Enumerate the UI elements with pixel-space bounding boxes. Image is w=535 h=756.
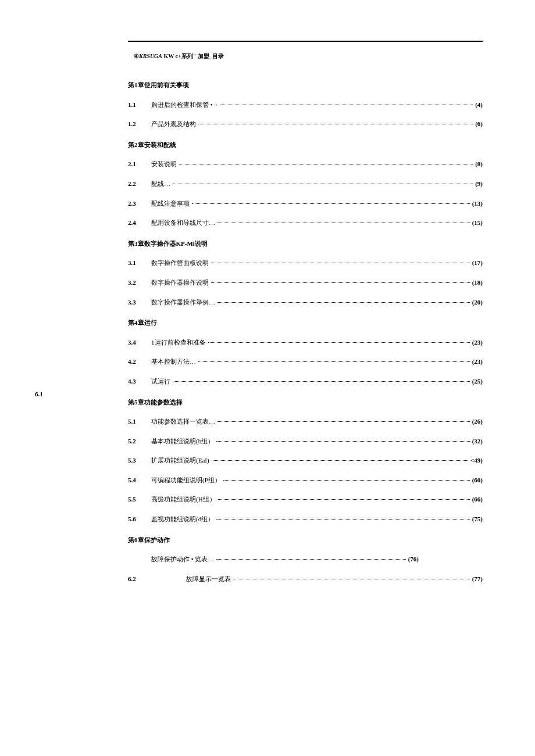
toc-row: 3.1 数字操作罄面板说明 (17): [128, 258, 483, 268]
toc-num: 4.2: [128, 357, 151, 367]
toc-row: 2.1 安装说明 (8): [128, 159, 483, 170]
toc-page: (77): [472, 574, 483, 585]
toc-page: (9): [475, 179, 483, 189]
toc-num: 2.1: [128, 159, 151, 170]
chapter-title: 第6章保护动作: [128, 535, 483, 546]
toc-page: (25): [472, 377, 483, 387]
toc-num: 6.2: [128, 574, 151, 585]
outdent-6-1: 6.1: [35, 390, 43, 397]
toc-page: (15): [472, 218, 483, 228]
toc-dots: [198, 361, 470, 362]
toc-label: 配用设备和导线尺寸…: [151, 218, 215, 228]
toc-dots: [217, 421, 470, 422]
toc-page: (8): [475, 159, 483, 170]
toc-dots: [198, 124, 473, 124]
chapter-title: 第3章数字操作器KP-Ml说明: [128, 239, 483, 249]
toc-num: 1.1: [128, 100, 151, 110]
toc-dots: [216, 441, 470, 442]
toc-dots: [208, 342, 470, 343]
toc-label: 购进后的检查和保管 • ··: [151, 100, 217, 110]
toc-label: 扩展功能组说明(EaI): [151, 456, 209, 466]
toc-label: 基本控制方法…: [151, 357, 196, 367]
toc-dots: [211, 282, 470, 283]
toc-page: (26): [472, 417, 483, 427]
toc-dots: [173, 184, 473, 184]
toc-dots: [217, 302, 470, 303]
toc-label: 故障保护动作 • 览表…: [151, 554, 214, 565]
toc-row: 2.4 配用设备和导线尺寸… (15): [128, 218, 483, 228]
toc-label: 数字操作罄面板说明: [151, 258, 209, 268]
toc-label: 数字操作器操作说明: [151, 278, 209, 288]
toc-content: 第1章使用前有关事项 1.1 购进后的检查和保管 • ·· (4) 1.2 产品…: [128, 70, 483, 584]
toc-page: (75): [472, 514, 483, 525]
toc-row: 2.2 配线… (9): [128, 179, 483, 189]
toc-label: 1运行前检查和准备: [151, 338, 206, 348]
toc-num: 5.4: [128, 475, 151, 486]
toc-page: (60): [472, 475, 483, 486]
toc-page: (23): [472, 357, 483, 367]
toc-label: 产品外观及结构: [151, 119, 196, 130]
toc-page: (13): [472, 199, 483, 209]
toc-row: 5.4 可编程功能组说明(P组） (60): [128, 475, 483, 486]
toc-dots: [233, 579, 470, 579]
toc-num: 3.4: [128, 338, 151, 348]
toc-num: 5.5: [128, 495, 151, 505]
toc-page: <49): [470, 456, 483, 466]
toc-dots: [173, 381, 470, 382]
chapter-title: 第2章安装和配线: [128, 140, 483, 151]
toc-dots: [217, 223, 470, 223]
toc-row: 2.3 配线注意事项 (13): [128, 199, 483, 209]
toc-num: 5.6: [128, 514, 151, 525]
toc-num: 2.4: [128, 218, 151, 228]
model-text: KW c+系列" 加盟_目录: [162, 53, 224, 59]
toc-label: 配线…: [151, 179, 170, 189]
brand-prefix: ④: [134, 53, 139, 59]
toc-row-6-1: 故障保护动作 • 览表… (76): [128, 554, 419, 565]
toc-num: 5.1: [128, 417, 151, 427]
toc-page: (23): [472, 338, 483, 348]
toc-row: 5.1 功能参数选择一览表… (26): [128, 417, 483, 427]
toc-row: 5.3 扩展功能组说明(EaI) <49): [128, 456, 483, 466]
toc-dots: [179, 164, 473, 164]
toc-num: 5.3: [128, 456, 151, 466]
toc-label: 高级功能组说明(H组）: [151, 495, 216, 505]
toc-row: 1.2 产品外观及结构 (6): [128, 119, 483, 130]
toc-row: 5.2 基本功能组说明(b组） (32): [128, 436, 483, 447]
toc-label: 安装说明: [151, 159, 177, 170]
brand-name: KRSUGA: [139, 53, 162, 59]
toc-row: 3.4 1运行前检查和准备 (23): [128, 338, 483, 348]
toc-label: 试运行: [151, 377, 170, 387]
page: ④KRSUGA KW c+系列" 加盟_目录 6.1 第1章使用前有关事项 1.…: [0, 0, 535, 756]
toc-dots: [212, 460, 468, 461]
toc-num: 2.2: [128, 179, 151, 189]
toc-row: 3.3 数字操作器操作举例… (20): [128, 298, 483, 308]
toc-page: (4): [475, 100, 483, 110]
toc-dots: [220, 105, 473, 105]
toc-dots: [216, 519, 470, 519]
toc-label: 故障显示一览表: [186, 574, 231, 585]
toc-num: 2.3: [128, 199, 151, 209]
toc-page: (6): [475, 119, 483, 130]
toc-label: 数字操作器操作举例…: [151, 298, 215, 308]
toc-page: (18): [472, 278, 483, 288]
chapter-title: 第1章使用前有关事项: [128, 80, 483, 91]
toc-row-6-2: 6.2 故障显示一览表 (77): [128, 574, 483, 585]
toc-row: 4.3 试运行 (25): [128, 377, 483, 387]
toc-num: 3.2: [128, 278, 151, 288]
toc-page: (17): [472, 258, 483, 268]
toc-num: 5.2: [128, 436, 151, 447]
toc-num: 3.3: [128, 298, 151, 308]
toc-page: (32): [472, 436, 483, 447]
toc-num: 3.1: [128, 258, 151, 268]
toc-label: 基本功能组说明(b组）: [151, 436, 214, 447]
toc-page: (20): [472, 298, 483, 308]
toc-row: 5.5 高级功能组说明(H组） (66): [128, 495, 483, 505]
toc-label: 可编程功能组说明(P组）: [151, 475, 221, 486]
toc-dots: [192, 203, 470, 204]
toc-num: 4.3: [128, 377, 151, 387]
chapter-title: 第4章运行: [128, 318, 483, 328]
toc-row: 1.1 购进后的检查和保管 • ·· (4): [128, 100, 483, 110]
toc-page: (76): [408, 554, 419, 565]
toc-row: 3.2 数字操作器操作说明 (18): [128, 278, 483, 288]
toc-num: 1.2: [128, 119, 151, 130]
